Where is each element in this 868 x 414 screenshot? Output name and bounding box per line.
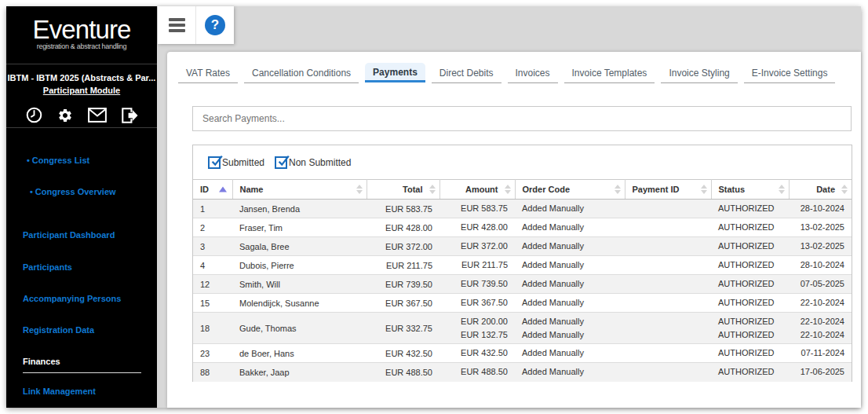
- tab-bar: VAT RatesCancellation ConditionsPayments…: [178, 63, 841, 83]
- cell-status: AUTHORIZED: [711, 237, 789, 256]
- cell-date: 13-02-2025: [789, 237, 852, 256]
- column-header-status[interactable]: Status: [711, 180, 789, 200]
- tab-e-invoice-settings[interactable]: E-Invoice Settings: [744, 63, 836, 83]
- column-header-id[interactable]: ID: [193, 180, 232, 200]
- table-row[interactable]: 12Smith, WillEUR 739.50EUR 739.50Added M…: [193, 275, 852, 294]
- table-row[interactable]: 18Gude, ThomasEUR 332.75EUR 200.00EUR 13…: [193, 313, 852, 344]
- cell-line: Added Manually: [522, 346, 618, 360]
- cell-payment-id: [625, 363, 711, 382]
- cell-line: EUR 372.00: [447, 240, 508, 253]
- tab-payments[interactable]: Payments: [365, 63, 425, 82]
- checkbox-checked-icon[interactable]: [208, 156, 221, 169]
- column-header-order-code[interactable]: Order Code: [515, 180, 625, 200]
- table-row[interactable]: 2Fraser, TimEUR 428.00EUR 428.00Added Ma…: [193, 218, 852, 237]
- sort-icon: [505, 185, 512, 194]
- cell-order-code: Added Manually: [515, 237, 625, 256]
- cell-line: AUTHORIZED: [718, 315, 782, 328]
- tab-vat-rates[interactable]: VAT Rates: [178, 63, 238, 83]
- table-row[interactable]: 15Molendijck, SusanneEUR 367.50EUR 367.5…: [193, 294, 852, 313]
- cell-payment-id: [625, 200, 711, 218]
- table-row[interactable]: 4Dubois, PierreEUR 211.75EUR 211.75Added…: [193, 256, 852, 275]
- cell-total: EUR 739.50: [367, 275, 439, 294]
- sidebar: Eventure registration & abstract handlin…: [6, 6, 157, 408]
- cell-line: EUR 367.50: [447, 296, 508, 310]
- signout-icon[interactable]: [122, 108, 138, 123]
- filter-submitted[interactable]: Submitted: [208, 156, 264, 169]
- cell-line: EUR 488.50: [447, 365, 508, 379]
- tab-invoice-styling[interactable]: Invoice Styling: [661, 63, 737, 83]
- sidebar-item-link-management[interactable]: Link Management: [23, 384, 96, 398]
- payments-table: IDNameTotalAmountOrder CodePayment IDSta…: [193, 179, 852, 382]
- checkbox-checked-icon[interactable]: [275, 156, 287, 169]
- cell-line: Added Manually: [522, 277, 618, 291]
- cell-total: EUR 428.00: [367, 218, 439, 237]
- cell-line: EUR 200.00: [447, 315, 508, 328]
- help-button[interactable]: ?: [195, 6, 234, 44]
- sidebar-divider-top: [6, 64, 157, 64]
- cell-line: AUTHORIZED: [718, 328, 782, 342]
- congress-title: IBTM - IBTM 2025 (Abstracts & Par...: [7, 72, 156, 83]
- cell-status: AUTHORIZED: [711, 294, 789, 313]
- sidebar-item-label: Finances: [23, 357, 60, 366]
- clock-icon[interactable]: [26, 107, 42, 123]
- gear-icon[interactable]: [57, 108, 73, 123]
- table-row[interactable]: 1Jansen, BrendaEUR 583.75EUR 583.75Added…: [193, 200, 852, 218]
- cell-amount: EUR 367.50: [439, 294, 515, 313]
- tab-direct-debits[interactable]: Direct Debits: [432, 63, 501, 83]
- cell-order-code: Added Manually: [515, 200, 625, 218]
- cell-line: 13-02-2025: [796, 221, 844, 234]
- cell-payment-id: [625, 218, 711, 237]
- sort-icon: [356, 185, 363, 194]
- cell-total: EUR 488.50: [367, 363, 439, 382]
- cell-amount: EUR 488.50: [439, 363, 515, 382]
- sidebar-item-congress-overview[interactable]: •Congress Overview: [30, 185, 116, 199]
- cell-name: Smith, Will: [232, 275, 367, 294]
- tab-invoices[interactable]: Invoices: [508, 63, 558, 83]
- cell-line: Added Manually: [522, 365, 618, 379]
- search-input[interactable]: [192, 106, 852, 131]
- sidebar-item-registration-data[interactable]: Registration Data: [23, 323, 94, 337]
- column-header-date[interactable]: Date: [789, 180, 852, 200]
- sidebar-item-congress-list[interactable]: •Congress List: [27, 153, 89, 167]
- cell-status: AUTHORIZEDAUTHORIZED: [711, 313, 789, 344]
- sidebar-item-finances[interactable]: Finances: [23, 354, 60, 368]
- column-label: ID: [200, 185, 209, 194]
- cell-name: Molendijck, Susanne: [232, 294, 367, 313]
- sidebar-item-label: Participants: [23, 262, 72, 272]
- cell-payment-id: [625, 237, 711, 256]
- filter-label: Submitted: [222, 157, 264, 168]
- tab-cancellation-conditions[interactable]: Cancellation Conditions: [244, 63, 359, 83]
- cell-status: AUTHORIZED: [711, 256, 789, 275]
- table-header-row: IDNameTotalAmountOrder CodePayment IDSta…: [193, 180, 852, 200]
- table-row[interactable]: 23de Boer, HansEUR 432.50EUR 432.50Added…: [193, 344, 852, 363]
- column-header-total[interactable]: Total: [367, 180, 439, 200]
- column-header-name[interactable]: Name: [232, 180, 367, 200]
- filter-non-submitted[interactable]: Non Submitted: [275, 156, 351, 169]
- sidebar-item-participant-dashboard[interactable]: Participant Dashboard: [23, 228, 115, 242]
- envelope-icon[interactable]: [88, 108, 107, 123]
- cell-id: 88: [193, 363, 232, 382]
- column-header-payment-id[interactable]: Payment ID: [625, 180, 711, 200]
- column-header-amount[interactable]: Amount: [439, 180, 515, 200]
- cell-name: Dubois, Pierre: [232, 256, 367, 275]
- cell-payment-id: [625, 275, 711, 294]
- cell-line: 22-10-2024: [796, 328, 844, 342]
- column-label: Amount: [465, 185, 498, 194]
- cell-name: Sagala, Bree: [232, 237, 367, 256]
- table-row[interactable]: 88Bakker, JaapEUR 488.50EUR 488.50Added …: [193, 363, 852, 382]
- cell-id: 23: [193, 344, 232, 363]
- cell-line: Added Manually: [522, 258, 618, 272]
- cell-date: 22-10-202422-10-2024: [789, 313, 852, 344]
- help-icon: ?: [205, 15, 225, 35]
- menu-toggle-button[interactable]: [158, 6, 195, 44]
- participant-module-link[interactable]: Participant Module: [6, 85, 157, 96]
- sidebar-item-participants[interactable]: Participants: [23, 260, 72, 274]
- bullet-icon: •: [30, 187, 33, 196]
- cell-line: EUR 739.50: [447, 277, 508, 291]
- cell-order-code: Added Manually: [515, 363, 625, 382]
- sort-icon: [429, 185, 436, 194]
- sidebar-item-accompanying-persons[interactable]: Accompanying Persons: [23, 291, 121, 306]
- table-row[interactable]: 3Sagala, BreeEUR 372.00EUR 372.00Added M…: [193, 237, 852, 256]
- column-label: Order Code: [523, 185, 571, 194]
- tab-invoice-templates[interactable]: Invoice Templates: [564, 63, 655, 83]
